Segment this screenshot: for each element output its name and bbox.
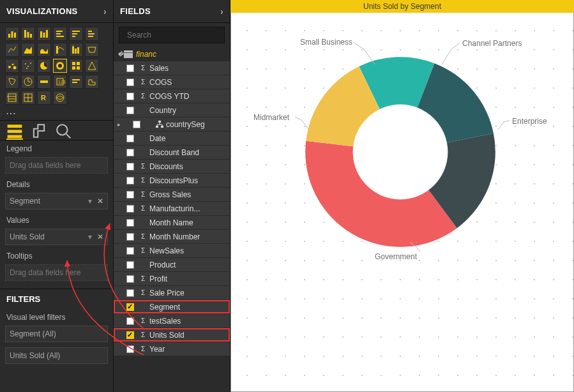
sigma-icon: Σ — [139, 247, 147, 254]
field-segment[interactable]: Segment — [114, 300, 230, 314]
dropdown-icon[interactable]: ▾ — [88, 232, 92, 241]
search-input[interactable] — [127, 31, 223, 40]
field-newsales[interactable]: ΣNewSales — [114, 244, 230, 258]
checkbox[interactable] — [126, 247, 134, 255]
checkbox[interactable] — [126, 317, 134, 325]
svg-rect-10 — [56, 33, 61, 34]
checkbox[interactable] — [126, 135, 134, 142]
visualizations-header[interactable]: VISUALIZATIONS › — [0, 0, 113, 23]
viz-type-19[interactable] — [21, 75, 35, 89]
field-discountsplus[interactable]: ΣDiscountsPlus — [114, 174, 230, 188]
checkbox[interactable] — [126, 261, 134, 269]
viz-type-27[interactable] — [53, 91, 67, 105]
remove-icon[interactable]: ✕ — [97, 197, 103, 206]
viz-type-15[interactable] — [53, 59, 67, 73]
viz-type-18[interactable] — [5, 75, 19, 89]
field-cogs-ytd[interactable]: ΣCOGS YTD — [114, 89, 230, 103]
field-label: NewSales — [149, 246, 184, 255]
viz-type-23[interactable] — [85, 75, 99, 89]
checkbox[interactable] — [126, 303, 134, 311]
field-month-number[interactable]: ΣMonth Number — [114, 230, 230, 244]
viz-type-22[interactable] — [69, 75, 83, 89]
legend-label: Legend — [0, 140, 113, 155]
viz-type-2[interactable] — [37, 27, 51, 41]
checkbox[interactable] — [126, 93, 134, 100]
checkbox[interactable] — [126, 79, 134, 86]
viz-type-26[interactable]: R — [37, 91, 51, 105]
checkbox[interactable] — [126, 205, 134, 213]
table-financ[interactable]: �▾ financ — [114, 47, 230, 61]
viz-type-14[interactable] — [37, 59, 51, 73]
viz-type-4[interactable] — [69, 27, 83, 41]
field-sale-price[interactable]: ΣSale Price — [114, 286, 230, 300]
viz-type-20[interactable] — [37, 75, 51, 89]
checkbox[interactable] — [133, 121, 140, 128]
more-visuals[interactable]: ... — [0, 106, 113, 120]
field-product[interactable]: Product — [114, 258, 230, 272]
chart-title: Units Sold by Segment — [230, 0, 574, 13]
tab-analytics[interactable] — [55, 123, 72, 140]
search-field[interactable] — [119, 27, 225, 43]
checkbox[interactable] — [126, 149, 134, 156]
field-gross-sales[interactable]: ΣGross Sales — [114, 188, 230, 202]
field-discounts[interactable]: ΣDiscounts — [114, 160, 230, 174]
tooltips-label: Tooltips — [0, 248, 113, 262]
report-canvas[interactable]: Units Sold by Segment Small Business Cha… — [230, 0, 574, 392]
viz-type-13[interactable] — [21, 59, 35, 73]
svg-point-61 — [353, 105, 448, 200]
viz-type-21[interactable]: 123 — [53, 75, 67, 89]
field-date[interactable]: Date — [114, 132, 230, 146]
tab-fields[interactable] — [6, 123, 23, 140]
viz-type-25[interactable] — [21, 91, 35, 105]
details-field-well[interactable]: Segment▾✕ — [5, 193, 108, 209]
viz-type-1[interactable] — [21, 27, 35, 41]
field-month-name[interactable]: Month Name — [114, 216, 230, 230]
field-profit[interactable]: ΣProfit — [114, 272, 230, 286]
viz-type-24[interactable] — [5, 91, 19, 105]
checkbox[interactable] — [126, 289, 134, 297]
field-sales[interactable]: ΣSales — [114, 61, 230, 75]
svg-point-29 — [26, 68, 27, 69]
field-discount-band[interactable]: Discount Band — [114, 146, 230, 160]
field-units-sold[interactable]: ΣUnits Sold — [114, 328, 230, 342]
dropdown-icon[interactable]: ▾ — [88, 197, 92, 206]
viz-type-5[interactable] — [85, 27, 99, 41]
field-year[interactable]: ΣYear — [114, 342, 230, 356]
viz-type-12[interactable] — [5, 59, 19, 73]
viz-type-3[interactable] — [53, 27, 67, 41]
viz-type-11[interactable] — [85, 43, 99, 57]
checkbox[interactable] — [126, 107, 134, 114]
checkbox[interactable] — [126, 331, 134, 339]
checkbox[interactable] — [126, 275, 134, 283]
viz-type-10[interactable] — [69, 43, 83, 57]
viz-type-8[interactable] — [37, 43, 51, 57]
field-cogs[interactable]: ΣCOGS — [114, 75, 230, 89]
field-manufacturin-[interactable]: ΣManufacturin... — [114, 202, 230, 216]
checkbox[interactable] — [126, 191, 134, 199]
viz-type-9[interactable] — [53, 43, 67, 57]
filter-segment[interactable]: Segment (All) — [5, 326, 108, 342]
field-testsales[interactable]: ΣtestSales — [114, 314, 230, 328]
legend-dropzone[interactable]: Drag data fields here — [5, 157, 108, 174]
field-country[interactable]: Country — [114, 103, 230, 117]
viz-type-17[interactable] — [85, 59, 99, 73]
fields-header[interactable]: FIELDS › — [114, 0, 230, 23]
viz-type-6[interactable] — [5, 43, 19, 57]
table-name: financ — [136, 50, 156, 59]
tooltips-dropzone[interactable]: Drag data fields here — [5, 264, 108, 281]
checkbox[interactable] — [126, 177, 134, 185]
viz-type-16[interactable] — [69, 59, 83, 73]
checkbox[interactable] — [126, 345, 134, 353]
viz-type-0[interactable] — [5, 27, 19, 41]
checkbox[interactable] — [126, 163, 134, 170]
checkbox[interactable] — [126, 219, 134, 227]
checkbox[interactable] — [126, 233, 134, 241]
donut-chart[interactable] — [301, 53, 499, 251]
remove-icon[interactable]: ✕ — [97, 232, 103, 241]
values-field-well[interactable]: Units Sold▾✕ — [5, 229, 108, 245]
tab-format[interactable] — [31, 123, 47, 140]
field-countryseg[interactable]: ▸countrySeg — [114, 117, 230, 132]
viz-type-7[interactable] — [21, 43, 35, 57]
filter-units-sold[interactable]: Units Sold (All) — [5, 347, 108, 364]
checkbox[interactable] — [126, 64, 134, 72]
